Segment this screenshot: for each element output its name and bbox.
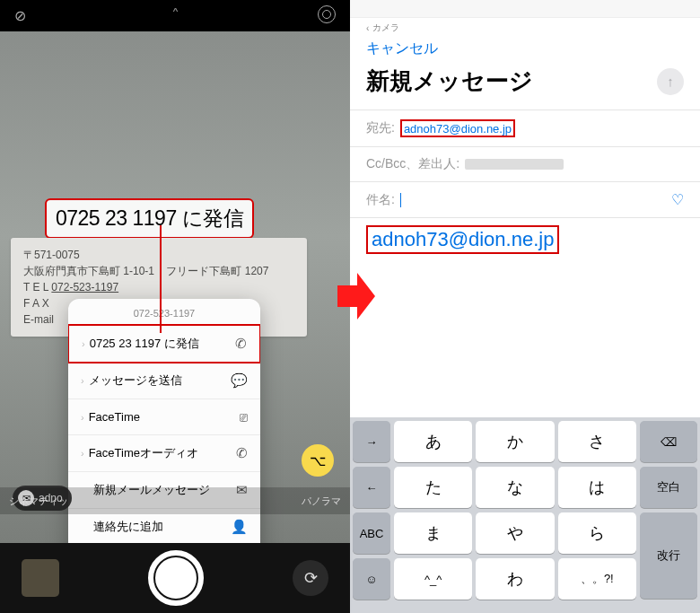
to-label: 宛先: xyxy=(366,120,395,136)
chat-icon: 💬 xyxy=(231,372,248,389)
key-backspace[interactable]: ⌫ xyxy=(640,421,697,462)
menu-item-label: FaceTimeオーディオ xyxy=(89,445,236,461)
subject-label: 件名: xyxy=(366,192,395,208)
keyboard: → あ か さ ⌫ ← た な は 空白 ABC ま や ら 改行 ☺ xyxy=(350,417,700,613)
detected-tel[interactable]: 072-523-1197 xyxy=(51,281,118,293)
key-emoji[interactable]: ☺ xyxy=(353,558,390,600)
mail-compose-screen: ‹ カメラ キャンセル 新規メッセージ ↑ 宛先: adnoh73@dion.n… xyxy=(350,0,700,613)
key-ha[interactable]: は xyxy=(558,467,636,508)
cc-bcc-label: Cc/Bcc、差出人: xyxy=(366,156,459,172)
key-a[interactable]: あ xyxy=(394,421,472,462)
phone-icon: ✆ xyxy=(236,445,248,461)
menu-item-call[interactable]: › 0725 23 1197 に発信 ✆ xyxy=(68,324,260,363)
mode-cinematic[interactable]: シネマティッ xyxy=(9,495,68,508)
to-email-value[interactable]: adnoh73@dion.ne.jp xyxy=(404,122,512,136)
last-photo-thumbnail[interactable] xyxy=(22,559,59,597)
annotation-line xyxy=(160,225,162,333)
camera-mode-bar[interactable]: シネマティッ パノラマ xyxy=(0,487,350,514)
postal-code: 〒571-0075 xyxy=(23,247,294,263)
chevron-right-icon: › xyxy=(82,338,85,349)
key-arrow-left[interactable]: ← xyxy=(353,467,390,508)
menu-item-message[interactable]: › メッセージを送信 💬 xyxy=(68,363,260,399)
subject-field[interactable]: 件名: ♡ xyxy=(350,181,700,217)
video-icon: ⎚ xyxy=(240,409,248,425)
bell-icon[interactable]: ♡ xyxy=(671,191,684,208)
menu-item-label: メッセージを送信 xyxy=(89,372,231,389)
arrow-up-icon: ↑ xyxy=(667,74,674,89)
menu-item-label: FaceTime xyxy=(89,410,240,424)
menu-item-label: 0725 23 1197 に発信 xyxy=(90,336,235,352)
key-ta[interactable]: た xyxy=(394,467,472,508)
send-button[interactable]: ↑ xyxy=(657,68,684,95)
key-kaomoji[interactable]: ^_^ xyxy=(394,558,472,600)
text-cursor xyxy=(400,193,401,207)
key-space[interactable]: 空白 xyxy=(640,467,697,508)
phone-icon: ✆ xyxy=(235,336,247,352)
camera-top-bar: ⊘ ˄ xyxy=(0,0,350,31)
key-ka[interactable]: か xyxy=(476,421,554,462)
menu-item-facetime[interactable]: › FaceTime ⎚ xyxy=(68,399,260,435)
live-photo-icon[interactable] xyxy=(318,5,336,23)
email-suggestion[interactable]: adnoh73@dion.ne.jp xyxy=(366,225,559,254)
address-line: 大阪府門真市下島町 1-10-1 フリード下島町 1207 xyxy=(23,263,294,279)
live-text-button[interactable]: ⌥ xyxy=(302,444,334,477)
cancel-button[interactable]: キャンセル xyxy=(350,38,700,66)
camera-bottom-bar: ⟳ xyxy=(0,543,350,613)
back-label: カメラ xyxy=(372,22,399,34)
to-field[interactable]: 宛先: adnoh73@dion.ne.jp xyxy=(350,109,700,146)
status-bar xyxy=(350,0,700,18)
key-sa[interactable]: さ xyxy=(558,421,636,462)
menu-item-label: 連絡先に追加 xyxy=(93,519,231,535)
key-na[interactable]: な xyxy=(476,467,554,508)
mode-pano[interactable]: パノラマ xyxy=(302,495,341,508)
compose-title: 新規メッセージ xyxy=(366,66,657,97)
camera-screen: ⊘ ˄ 0725 23 1197 に発信 〒571-0075 大阪府門真市下島町… xyxy=(0,0,350,613)
chevron-left-icon: ‹ xyxy=(366,23,369,33)
person-icon: 👤 xyxy=(231,519,248,535)
chevron-right-icon: › xyxy=(81,412,84,423)
flash-off-icon[interactable]: ⊘ xyxy=(14,7,26,24)
shutter-button[interactable] xyxy=(148,550,204,606)
chevron-up-icon[interactable]: ˄ xyxy=(171,5,179,25)
chevron-right-icon: › xyxy=(81,448,84,459)
key-arrow-right[interactable]: → xyxy=(353,421,390,462)
key-ra[interactable]: ら xyxy=(558,512,636,554)
redacted-sender xyxy=(465,159,564,170)
key-punct[interactable]: 、。?! xyxy=(558,558,636,600)
key-abc[interactable]: ABC xyxy=(353,512,390,554)
call-number-banner[interactable]: 0725 23 1197 に発信 xyxy=(45,198,254,239)
live-text-icon: ⌥ xyxy=(310,452,326,469)
key-ya[interactable]: や xyxy=(476,512,554,554)
camera-viewfinder: 0725 23 1197 に発信 〒571-0075 大阪府門真市下島町 1-1… xyxy=(0,31,350,543)
key-ma[interactable]: ま xyxy=(394,512,472,554)
context-menu-header: 072-523-1197 xyxy=(68,299,260,325)
menu-item-facetime-audio[interactable]: › FaceTimeオーディオ ✆ xyxy=(68,435,260,472)
switch-camera-button[interactable]: ⟳ xyxy=(293,560,328,596)
key-wa[interactable]: わ xyxy=(476,558,554,600)
tel-line: T E L 072-523-1197 xyxy=(23,279,294,295)
chevron-right-icon: › xyxy=(81,375,84,386)
back-to-camera[interactable]: ‹ カメラ xyxy=(350,18,700,38)
cc-bcc-field[interactable]: Cc/Bcc、差出人: xyxy=(350,146,700,181)
